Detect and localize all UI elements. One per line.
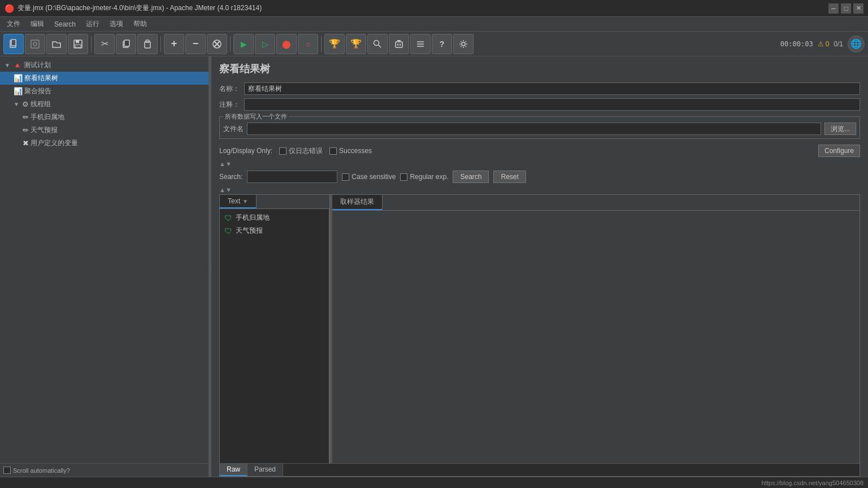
result-item-phone-home[interactable]: 🛡 手机归属地 [220, 211, 329, 224]
svg-point-3 [33, 42, 37, 46]
toolbar-right: 00:00:03 ⚠ 0 0/1 🌐 [780, 36, 865, 53]
globe-button[interactable]: 🌐 [848, 36, 865, 53]
window-title: 变量.jmx (D:\BG\apache-jmeter-4.0\bin\变量.j… [18, 3, 262, 13]
toolbar: ✂ + − ▶ ▷ ⬤ ○ 🏆 🏆 ? 00:00:03 ⚠ 0 0/1 🌐 [0, 32, 868, 56]
comment-input[interactable] [244, 98, 860, 111]
svg-rect-6 [75, 45, 81, 47]
user-vars-icon: ✖ [23, 139, 29, 147]
arrow-divider-1: ▲▼ [211, 159, 868, 168]
file-input[interactable] [247, 123, 821, 135]
menu-help[interactable]: 帮助 [129, 18, 151, 30]
toolbar-sep-4 [321, 36, 322, 52]
scroll-auto-checkbox[interactable] [3, 467, 11, 474]
comment-row: 注释： [219, 98, 860, 111]
toolbar-copy-button[interactable] [116, 34, 136, 54]
text-tab-dropdown-icon[interactable]: ▼ [242, 198, 248, 204]
result-item-weather[interactable]: 🛡 天气预报 [220, 224, 329, 237]
menu-edit[interactable]: 编辑 [26, 18, 49, 30]
title-controls[interactable]: ─ □ ✕ [828, 3, 863, 14]
result-label-weather: 天气预报 [236, 226, 263, 236]
toolbar-cut-button[interactable]: ✂ [94, 34, 115, 54]
name-input[interactable] [244, 82, 860, 95]
toolbar-run2-button[interactable]: ▷ [255, 34, 275, 54]
toolbar-template-button[interactable] [25, 34, 45, 54]
toolbar-stop-button[interactable]: ⬤ [276, 34, 297, 54]
regex-label: Regular exp. [410, 173, 448, 181]
phone-home-label: 手机归属地 [31, 112, 64, 122]
search-label: Search: [219, 173, 242, 181]
toolbar-help-button[interactable]: ? [432, 34, 452, 54]
toolbar-settings-button[interactable] [453, 34, 474, 54]
toolbar-new-button[interactable] [3, 34, 24, 54]
warning-count: 0 [826, 40, 830, 48]
parsed-tab[interactable]: Parsed [248, 464, 283, 476]
tree-area: ▼ 🔺 测试计划 📊 察看结果树 📊 聚合报告 ▼ ⚙ 线程组 ✏ [0, 56, 209, 463]
toolbar-remove-button[interactable]: − [185, 34, 206, 54]
toolbar-list-button[interactable] [410, 34, 431, 54]
menu-options[interactable]: 选项 [105, 18, 128, 30]
sampler-result-tab[interactable]: 取样器结果 [332, 195, 383, 210]
raw-tab[interactable]: Raw [220, 464, 248, 476]
toolbar-clear2-button[interactable] [389, 34, 409, 54]
toolbar-paste-button[interactable] [137, 34, 158, 54]
toolbar-add-button[interactable]: + [164, 34, 184, 54]
panel-resize-handle[interactable] [209, 56, 211, 477]
successes-row[interactable]: Successes [329, 147, 372, 155]
file-label: 文件名 [223, 124, 244, 134]
test-plan-icon: 🔺 [13, 61, 22, 69]
arrow-divider-2: ▲▼ [211, 185, 868, 194]
menu-file[interactable]: 文件 [2, 18, 25, 30]
case-sensitive-checkbox[interactable] [342, 173, 349, 181]
log-only-row[interactable]: 仅日志错误 [279, 146, 323, 156]
close-button[interactable]: ✕ [853, 3, 863, 14]
scroll-auto-label[interactable]: Scroll automatically? [3, 467, 70, 474]
tree-node-thread-group[interactable]: ▼ ⚙ 线程组 [0, 98, 209, 111]
menu-search[interactable]: Search [50, 19, 80, 30]
regex-checkbox[interactable] [400, 173, 407, 181]
tree-node-aggregate-report[interactable]: 📊 聚合报告 [0, 85, 209, 98]
menu-bar: 文件 编辑 Search 运行 选项 帮助 [0, 17, 868, 32]
panel-title: 察看结果树 [211, 56, 868, 80]
tree-node-user-vars[interactable]: ✖ 用户定义的变量 [0, 137, 209, 150]
log-only-label: 仅日志错误 [289, 146, 323, 156]
toolbar-run-button[interactable]: ▶ [233, 34, 254, 54]
svg-point-12 [374, 40, 379, 45]
toolbar-report2-button[interactable]: 🏆 [346, 34, 366, 54]
text-tab[interactable]: Text ▼ [220, 195, 257, 208]
toolbar-clear-button[interactable] [207, 34, 227, 54]
form-section: 名称： 注释： [211, 80, 868, 113]
toolbar-search-btn[interactable] [367, 34, 388, 54]
view-result-icon: 📊 [14, 74, 23, 82]
toolbar-open-button[interactable] [46, 34, 67, 54]
toolbar-save-button[interactable] [68, 34, 88, 54]
minimize-button[interactable]: ─ [828, 3, 839, 14]
tree-node-phone-home[interactable]: ✏ 手机归属地 [0, 111, 209, 124]
success-icon-weather: 🛡 [224, 226, 232, 236]
tree-node-view-result-tree[interactable]: 📊 察看结果树 [0, 72, 209, 85]
toolbar-report1-button[interactable]: 🏆 [324, 34, 345, 54]
phone-home-icon: ✏ [23, 113, 29, 121]
tree-node-test-plan[interactable]: ▼ 🔺 测试计划 [0, 59, 209, 72]
case-sensitive-row[interactable]: Case sensitive [342, 173, 396, 181]
svg-rect-10 [146, 40, 149, 42]
successes-checkbox[interactable] [329, 147, 337, 155]
results-header: Text ▼ [220, 195, 329, 209]
browse-button[interactable]: 浏览... [824, 123, 856, 135]
thread-group-icon: ⚙ [22, 100, 29, 108]
toolbar-sep-3 [230, 36, 231, 52]
menu-run[interactable]: 运行 [81, 18, 104, 30]
configure-button[interactable]: Configure [818, 145, 860, 157]
log-only-checkbox[interactable] [279, 147, 287, 155]
bottom-tab-bar: Raw Parsed [220, 463, 860, 476]
toolbar-stop2-button[interactable]: ○ [298, 34, 318, 54]
reset-button[interactable]: Reset [493, 171, 526, 183]
expand-icon-test-plan: ▼ [5, 62, 11, 68]
warning-badge: ⚠ 0 [818, 40, 830, 48]
maximize-button[interactable]: □ [841, 3, 851, 14]
search-input[interactable] [247, 171, 337, 183]
tree-node-weather[interactable]: ✏ 天气预报 [0, 124, 209, 137]
name-row: 名称： [219, 82, 860, 95]
test-plan-label: 测试计划 [24, 60, 51, 70]
regex-row[interactable]: Regular exp. [400, 173, 448, 181]
search-button[interactable]: Search [453, 171, 489, 183]
